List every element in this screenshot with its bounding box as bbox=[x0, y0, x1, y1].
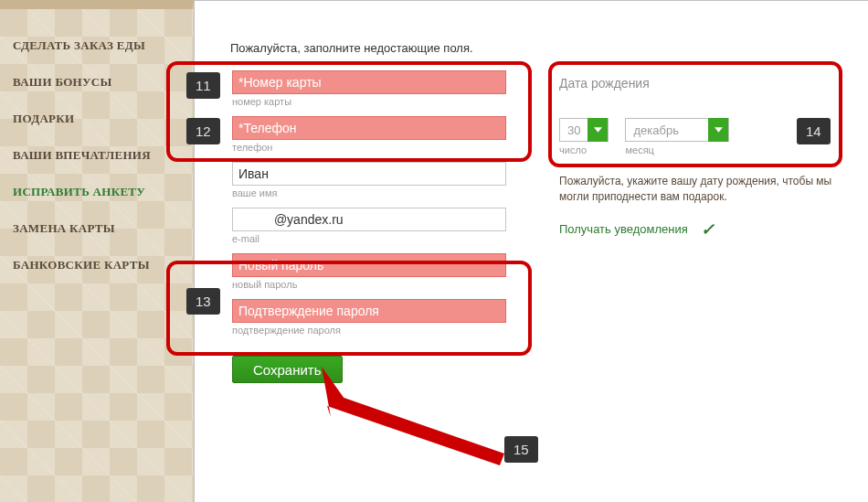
dob-month-hint: месяц bbox=[625, 144, 729, 155]
dob-day-wrap: 30 число bbox=[559, 118, 609, 155]
dob-day-value: 30 bbox=[560, 123, 587, 137]
sidebar: Сделать заказ еды Ваши бонусы Подарки Ва… bbox=[0, 0, 194, 502]
vertical-divider bbox=[194, 1, 195, 502]
card-number-field[interactable] bbox=[232, 70, 506, 94]
notify-row: Получать уведомления ✓ bbox=[559, 219, 868, 240]
annotation-arrow bbox=[294, 367, 532, 476]
dob-select-row: 30 число декабрь месяц bbox=[559, 118, 868, 155]
sidebar-item-edit-profile[interactable]: Исправить анкету bbox=[13, 174, 193, 210]
dob-month-value: декабрь bbox=[626, 123, 708, 137]
dob-day-select[interactable]: 30 bbox=[559, 118, 609, 142]
phone-field[interactable] bbox=[232, 116, 506, 140]
dob-month-select[interactable]: декабрь bbox=[625, 118, 729, 142]
check-icon[interactable]: ✓ bbox=[701, 219, 715, 240]
email-hint: e-mail bbox=[232, 233, 561, 244]
notify-label[interactable]: Получать уведомления bbox=[559, 222, 688, 236]
save-button[interactable]: Сохранить bbox=[232, 356, 343, 383]
chevron-down-icon bbox=[708, 118, 728, 142]
name-field[interactable] bbox=[232, 162, 506, 186]
confirm-password-field[interactable] bbox=[232, 299, 506, 323]
dob-day-hint: число bbox=[559, 144, 609, 155]
dob-column: Дата рождения 30 число декабрь bbox=[559, 65, 868, 240]
name-hint: ваше имя bbox=[232, 187, 561, 198]
dob-note: Пожалуйста, укажите вашу дату рождения, … bbox=[559, 174, 833, 205]
annotation-tag-15: 15 bbox=[504, 436, 538, 463]
chevron-down-icon bbox=[587, 118, 608, 142]
main-panel: Пожалуйста, заполните недостающие поля. … bbox=[194, 0, 868, 502]
form-instruction: Пожалуйста, заполните недостающие поля. bbox=[230, 41, 473, 55]
card-number-hint: номер карты bbox=[232, 96, 561, 107]
phone-hint: телефон bbox=[232, 142, 561, 153]
new-password-hint: новый пароль bbox=[232, 279, 561, 290]
sidebar-item-order[interactable]: Сделать заказ еды bbox=[13, 27, 193, 64]
dob-title: Дата рождения bbox=[559, 76, 868, 91]
confirm-password-hint: подтверждение пароля bbox=[232, 325, 561, 336]
dob-month-wrap: декабрь месяц bbox=[625, 118, 729, 155]
new-password-field[interactable] bbox=[232, 253, 506, 277]
form-column: номер карты телефон ваше имя e-mail новы… bbox=[232, 65, 561, 383]
email-field[interactable] bbox=[232, 208, 506, 231]
sidebar-item-bonuses[interactable]: Ваши бонусы bbox=[13, 64, 193, 101]
sidebar-item-impressions[interactable]: Ваши впечатления bbox=[13, 137, 193, 174]
sidebar-item-card-replace[interactable]: Замена карты bbox=[13, 210, 193, 247]
sidebar-item-bank-cards[interactable]: Банковские карты bbox=[13, 247, 193, 283]
sidebar-item-gifts[interactable]: Подарки bbox=[13, 101, 193, 137]
